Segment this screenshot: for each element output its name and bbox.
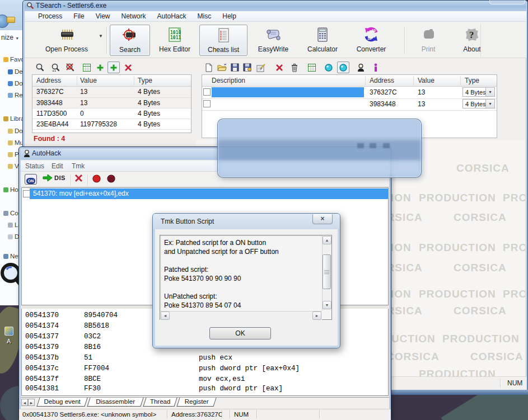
save-icon[interactable] bbox=[228, 62, 241, 73]
column-value[interactable]: Value bbox=[80, 77, 97, 84]
status-divider bbox=[230, 410, 230, 418]
process-person-icon[interactable] bbox=[354, 62, 367, 73]
column-type[interactable]: Type bbox=[465, 77, 479, 84]
menu-edit[interactable]: Edit bbox=[52, 162, 63, 170]
open-process-button[interactable]: Open Process bbox=[37, 25, 96, 56]
search-reset-icon[interactable] bbox=[64, 62, 76, 73]
breakpoint-button[interactable] bbox=[92, 174, 101, 183]
column-value[interactable]: Value bbox=[418, 77, 434, 84]
watermark: PRODUCTION bbox=[419, 288, 496, 300]
menu-status[interactable]: Status bbox=[25, 162, 44, 170]
new-icon[interactable] bbox=[203, 62, 215, 73]
tab-scroll-left[interactable]: ◄ bbox=[21, 399, 28, 406]
disassembly-line[interactable]: 00541381FF30push dword ptr [eax] bbox=[25, 385, 386, 395]
menu-tmk[interactable]: Tmk bbox=[72, 162, 85, 170]
menu-misc[interactable]: Misc bbox=[192, 12, 217, 20]
on-button[interactable]: ON bbox=[25, 174, 37, 185]
scroll-left-icon[interactable]: ◄ bbox=[161, 312, 170, 320]
hook-row-selected[interactable]: 541370: mov [edi+eax+0x4],edx bbox=[30, 188, 388, 199]
library-icon bbox=[3, 116, 8, 121]
trash-icon[interactable] bbox=[288, 62, 301, 73]
cheat-address[interactable]: 376327C bbox=[370, 88, 397, 96]
menu-file[interactable]: File bbox=[68, 12, 90, 20]
open-icon[interactable] bbox=[216, 62, 228, 73]
svg-text:10: 10 bbox=[372, 29, 376, 32]
ok-button[interactable]: OK bbox=[209, 327, 271, 339]
info-icon[interactable] bbox=[370, 62, 382, 73]
table-icon[interactable] bbox=[306, 62, 318, 73]
calculator-button[interactable]: Calculator bbox=[300, 25, 345, 56]
menu-view[interactable]: View bbox=[90, 12, 116, 20]
column-address[interactable]: Address bbox=[370, 77, 394, 84]
disassemble-button[interactable]: DIS bbox=[43, 174, 66, 182]
dialog-title: Tmk Button Script bbox=[161, 218, 214, 225]
cheat-value[interactable]: 13 bbox=[418, 88, 425, 96]
disassembly-line[interactable]: 0054137b51push ecx bbox=[25, 354, 386, 365]
cheat-checkbox[interactable] bbox=[203, 100, 211, 107]
close-icon[interactable]: × bbox=[312, 214, 333, 224]
result-row[interactable]: 117D3500 0 4 Bytes bbox=[32, 108, 191, 119]
breakpoint-disabled-button[interactable] bbox=[106, 174, 116, 183]
result-row[interactable]: 3983448 13 4 Bytes bbox=[32, 98, 191, 108]
desktop-shortcut-icon[interactable] bbox=[4, 327, 13, 336]
scroll-right-icon[interactable]: ► bbox=[312, 312, 321, 320]
save-as-icon[interactable] bbox=[241, 62, 253, 73]
type-combobox[interactable]: 4 Bytes ▼ bbox=[462, 87, 495, 97]
scroll-up-icon[interactable]: ▲ bbox=[323, 236, 331, 244]
status-divider bbox=[319, 410, 320, 418]
help-line: Patched script: bbox=[164, 266, 315, 275]
delete-row-icon[interactable] bbox=[273, 62, 286, 73]
add-selected-icon[interactable] bbox=[108, 62, 120, 73]
tab-register[interactable]: Register bbox=[176, 398, 216, 407]
tab-scroll-right[interactable]: ► bbox=[28, 399, 35, 406]
organize-menu[interactable]: nize ▼ bbox=[1, 34, 19, 41]
toolbar-separator bbox=[404, 27, 405, 54]
cheats-header[interactable]: Description Address Value Type bbox=[202, 75, 497, 87]
hook-checkbox[interactable] bbox=[23, 190, 30, 197]
converter-button[interactable]: 10 1b Converter bbox=[348, 25, 394, 56]
result-row[interactable]: 23E4BA44 1197795328 4 Bytes bbox=[32, 119, 191, 130]
window-caption-buttons[interactable] bbox=[489, 0, 525, 4]
autohack-ball-icon[interactable] bbox=[323, 62, 335, 73]
print-button[interactable]: Print bbox=[409, 25, 448, 56]
cheat-checkbox[interactable] bbox=[203, 88, 211, 96]
column-description[interactable]: Description bbox=[212, 77, 245, 84]
add-icon[interactable] bbox=[94, 62, 106, 73]
description-field-selected[interactable] bbox=[212, 87, 364, 97]
autohack-window-icon[interactable] bbox=[337, 62, 349, 73]
tab-disassembler[interactable]: Disassembler bbox=[87, 398, 143, 407]
type-combobox[interactable]: 4 Bytes ▼ bbox=[462, 99, 495, 108]
tab-thread[interactable]: Thread bbox=[143, 398, 177, 407]
horizontal-scrollbar[interactable] bbox=[160, 311, 322, 320]
search-icon[interactable] bbox=[34, 62, 46, 73]
column-address[interactable]: Address bbox=[36, 77, 61, 84]
result-row[interactable]: 376327C 13 4 Bytes bbox=[32, 87, 191, 97]
edit-icon[interactable] bbox=[255, 62, 267, 73]
tab-debug-event[interactable]: Debug event bbox=[36, 398, 87, 407]
search-button[interactable]: Search bbox=[110, 25, 150, 56]
cheat-value[interactable]: 13 bbox=[418, 100, 425, 108]
menu-autohack[interactable]: AutoHack bbox=[152, 12, 192, 20]
delete-icon[interactable] bbox=[122, 62, 134, 73]
disassembly-line[interactable]: 0054137cFF7004push dword ptr [eax+0x4] bbox=[25, 365, 386, 375]
chevron-down-icon[interactable]: ▼ bbox=[485, 88, 494, 96]
chevron-down-icon[interactable]: ▼ bbox=[485, 100, 494, 108]
recent-icon bbox=[8, 93, 13, 98]
pictures-icon bbox=[8, 152, 13, 157]
cheat-address[interactable]: 3983448 bbox=[370, 100, 396, 108]
open-process-dropdown-icon[interactable]: ▼ bbox=[99, 34, 103, 39]
menu-network[interactable]: Network bbox=[116, 12, 152, 20]
about-button[interactable]: ? About bbox=[452, 25, 492, 56]
easywrite-button[interactable]: EasyWrite bbox=[251, 25, 296, 56]
cheats-list-button[interactable]: Cheats list bbox=[199, 25, 247, 56]
table-icon[interactable] bbox=[81, 62, 93, 73]
menu-help[interactable]: Help bbox=[217, 12, 242, 20]
column-type[interactable]: Type bbox=[138, 77, 152, 84]
menu-process[interactable]: Process bbox=[32, 12, 68, 20]
chip-crosshair-icon bbox=[110, 25, 149, 45]
delete-button[interactable] bbox=[74, 174, 83, 182]
results-header[interactable]: Address Value Type bbox=[32, 75, 191, 87]
scroll-down-icon[interactable]: ▼ bbox=[323, 301, 331, 309]
hex-editor-button[interactable]: 1010 1011 Hex Editor bbox=[155, 25, 195, 56]
search-next-icon[interactable] bbox=[49, 62, 62, 73]
